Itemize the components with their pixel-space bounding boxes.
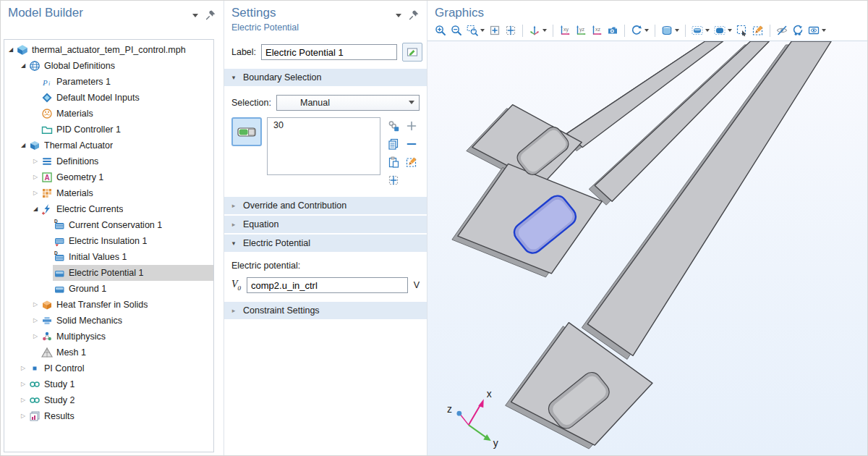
view-xy-button[interactable]: xy — [558, 23, 572, 38]
tree-expander-expanded-icon[interactable]: ◢ — [6, 42, 16, 58]
remove-from-selection-button[interactable] — [404, 135, 420, 152]
toggle-switch-icon — [237, 122, 257, 142]
tree-item-initial-values-1[interactable]: DInitial Values 1 — [4, 249, 213, 265]
print-button[interactable] — [605, 23, 620, 38]
tree-item-materials[interactable]: ▷Materials — [4, 185, 213, 201]
graphics-canvas[interactable]: x y z — [427, 41, 867, 455]
tree-entry: Electric Insulation 1 — [53, 233, 213, 249]
tree-item-solid-mechanics[interactable]: ▷Solid Mechanics — [4, 313, 213, 329]
section-constraint-settings[interactable]: ▸ Constraint Settings — [224, 302, 427, 319]
tree-item-pi-control[interactable]: ▷PI Control — [4, 360, 213, 376]
chevron-collapsed-icon: ▸ — [224, 307, 243, 314]
view-unhidden-button[interactable] — [807, 23, 827, 38]
section-override-and-contribution[interactable]: ▸ Override and Contribution — [224, 197, 427, 214]
tree-item-default-model-inputs[interactable]: Default Model Inputs — [4, 90, 213, 106]
tree-entry: DInitial Values 1 — [53, 249, 213, 265]
section-equation[interactable]: ▸ Equation — [224, 216, 427, 233]
chevron-expanded-icon: ▾ — [224, 74, 243, 81]
add-to-selection-button[interactable] — [404, 117, 420, 134]
zoom-out-button[interactable] — [449, 23, 464, 38]
results-icon — [29, 410, 41, 422]
tree-expander-collapsed-icon[interactable]: ▷ — [18, 392, 28, 408]
tree-expander-collapsed-icon[interactable]: ▷ — [30, 169, 41, 185]
zoom-to-selection-button[interactable] — [386, 172, 401, 188]
tree-item-study-1[interactable]: ▷Study 1 — [4, 376, 213, 392]
rotate-button[interactable] — [629, 23, 650, 38]
tree-expander-collapsed-icon[interactable]: ▷ — [30, 297, 41, 313]
select-objects-button[interactable] — [712, 23, 733, 38]
selection-value: Manual — [300, 98, 330, 108]
tree-expander-collapsed-icon[interactable]: ▷ — [30, 153, 41, 169]
tree-item-materials[interactable]: Materials — [4, 106, 213, 122]
tree-item-electric-insulation-1[interactable]: Electric Insulation 1 — [4, 233, 213, 249]
pin-icon[interactable] — [205, 9, 216, 21]
tree-expander-collapsed-icon[interactable]: ▷ — [30, 185, 41, 201]
tree-expander-expanded-icon[interactable]: ◢ — [18, 58, 28, 74]
paste-selection-button[interactable] — [386, 153, 401, 170]
section-boundary-selection[interactable]: ▾ Boundary Selection — [224, 69, 427, 86]
tree-item-multiphysics[interactable]: ▷Multiphysics — [4, 329, 213, 345]
select-brush-button[interactable] — [751, 23, 765, 38]
tree-item-global-definitions[interactable]: ◢Global Definitions — [4, 58, 213, 74]
tree-expander-collapsed-icon[interactable]: ▷ — [18, 408, 28, 424]
panel-menu-icon[interactable] — [396, 14, 401, 17]
model-inputs-icon — [41, 92, 53, 104]
select-boundaries-button[interactable] — [690, 23, 711, 38]
tree-expander-collapsed-icon[interactable]: ▷ — [18, 360, 28, 376]
panel-menu-icon[interactable] — [192, 14, 198, 17]
tree-item-electric-currents[interactable]: ◢Electric Currents — [4, 201, 213, 217]
tree-expander-expanded-icon[interactable]: ◢ — [18, 138, 28, 153]
settings-title: Settings — [231, 6, 420, 20]
go-to-view-button[interactable] — [527, 23, 548, 38]
tree-expander-expanded-icon[interactable]: ◢ — [30, 201, 41, 217]
section-label: Electric Potential — [243, 238, 310, 248]
tree-expander-collapsed-icon[interactable]: ▷ — [18, 376, 28, 392]
section-electric-potential[interactable]: ▾ Electric Potential — [224, 235, 427, 252]
copy-selection-button[interactable] — [386, 135, 401, 152]
view-yz-button[interactable]: yz — [574, 23, 588, 38]
rename-button[interactable] — [402, 43, 422, 62]
tree-item-electric-potential-1[interactable]: Electric Potential 1 — [4, 265, 213, 281]
tree-item-ground-1[interactable]: Ground 1 — [4, 281, 213, 297]
selection-combo[interactable]: Manual — [276, 95, 420, 111]
tree-entry: Global Definitions — [28, 58, 213, 74]
tree-expander-collapsed-icon[interactable]: ▷ — [30, 313, 41, 329]
tree-item-results[interactable]: ▷Results — [4, 408, 213, 424]
boundary-condition-icon — [54, 267, 65, 279]
tree-item-thermal-actuator-tem-pi-control-mph[interactable]: ◢thermal_actuator_tem_PI_control.mph — [4, 42, 213, 58]
view-xz-button[interactable]: xz — [590, 23, 604, 38]
tree-indent — [4, 305, 30, 305]
chevron-collapsed-icon: ▸ — [224, 221, 243, 228]
zoom-extents-button[interactable] — [488, 23, 502, 38]
zoom-in-button[interactable] — [433, 23, 448, 38]
zoom-to-selection-button[interactable] — [503, 23, 518, 38]
tree-item-pid-controller-1[interactable]: PID Controller 1 — [4, 122, 213, 138]
create-selection-button[interactable] — [386, 117, 401, 134]
tree-item-geometry-1[interactable]: ▷AGeometry 1 — [4, 169, 213, 185]
pin-icon[interactable] — [408, 9, 420, 21]
graphics-title: Graphics — [435, 6, 860, 20]
tree-item-parameters-1[interactable]: PiParameters 1 — [4, 74, 213, 90]
select-box-button[interactable] — [735, 23, 749, 38]
tree-item-study-2[interactable]: ▷Study 2 — [4, 392, 213, 408]
tree-item-mesh-1[interactable]: Mesh 1 — [4, 345, 213, 360]
hide-selected-button[interactable] — [775, 23, 789, 38]
tree-item-current-conservation-1[interactable]: DCurrent Conservation 1 — [4, 217, 213, 233]
zoom-box-button[interactable] — [465, 23, 486, 38]
electric-potential-input[interactable] — [247, 277, 408, 293]
scene-3d[interactable]: x y z — [427, 41, 867, 455]
tree-item-thermal-actuator[interactable]: ◢Thermal Actuator — [4, 138, 213, 153]
svg-text:i: i — [48, 80, 50, 87]
active-selection-toggle[interactable] — [231, 117, 262, 146]
select-brush-button[interactable] — [404, 153, 420, 170]
tree-expander-collapsed-icon[interactable]: ▷ — [30, 329, 41, 345]
reset-hiding-button[interactable] — [791, 23, 805, 38]
tree-entry: DCurrent Conservation 1 — [53, 217, 213, 233]
selection-list-item[interactable]: 30 — [273, 120, 374, 130]
tree-item-heat-transfer-in-solids[interactable]: ▷Heat Transfer in Solids — [4, 297, 213, 313]
scene-light-button[interactable] — [660, 23, 681, 38]
selection-list[interactable]: 30 — [267, 117, 380, 175]
tree-item-definitions[interactable]: ▷Definitions — [4, 153, 213, 169]
solid-mechanics-icon — [41, 315, 53, 326]
label-input[interactable] — [261, 44, 397, 60]
